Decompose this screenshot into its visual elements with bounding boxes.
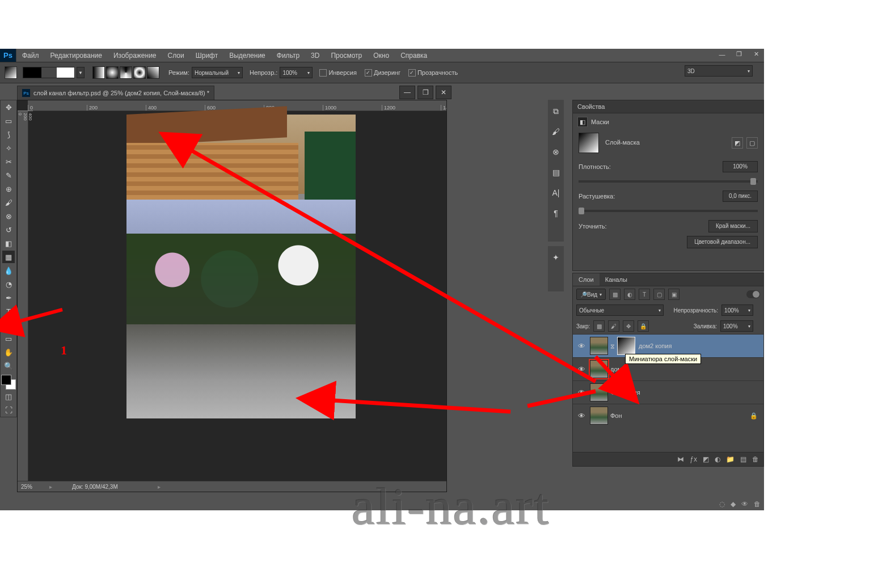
visibility-icon[interactable]: 👁 xyxy=(576,342,586,350)
crop-tool-icon[interactable]: ✂ xyxy=(2,155,15,168)
type-tool-icon[interactable]: T xyxy=(2,305,15,318)
mode-combo[interactable]: Нормальный ▾ xyxy=(192,67,243,78)
new-group-icon[interactable]: 📁 xyxy=(726,455,735,463)
canvas-image[interactable] xyxy=(126,115,356,418)
gradient-tool-icon[interactable] xyxy=(5,66,17,79)
feather-slider[interactable] xyxy=(579,210,758,212)
layer-fx-icon[interactable]: ƒx xyxy=(690,455,697,463)
filter-shape-icon[interactable]: ▢ xyxy=(653,289,665,300)
visibility-icon[interactable]: 👁 xyxy=(576,412,586,420)
refine-edge-button[interactable]: Край маски... xyxy=(708,220,758,232)
layer-mask-thumbnail[interactable] xyxy=(617,337,635,355)
layer-thumbnail[interactable] xyxy=(590,337,608,355)
layer-opacity-value[interactable]: 100%▾ xyxy=(721,304,753,316)
menu-file[interactable]: Файл xyxy=(16,52,45,60)
brush-panel-icon[interactable]: 🖌 xyxy=(550,126,562,137)
marquee-tool-icon[interactable]: ▭ xyxy=(2,115,15,127)
layer-name[interactable]: Фон xyxy=(610,412,622,419)
lock-pixels-icon[interactable]: 🖌 xyxy=(608,320,619,332)
layer-row[interactable]: 👁 Фон 🔒 xyxy=(573,404,763,427)
load-selection-icon[interactable]: ◌ xyxy=(719,500,725,508)
menu-edit[interactable]: Редактирование xyxy=(45,52,108,60)
magic-wand-tool-icon[interactable]: ✧ xyxy=(2,142,15,154)
history-panel-icon[interactable]: ⧉ xyxy=(550,105,562,117)
doc-minimize-button[interactable]: — xyxy=(399,86,415,99)
lock-position-icon[interactable]: ✥ xyxy=(623,320,634,332)
layer-thumbnail[interactable] xyxy=(590,360,608,378)
density-slider[interactable] xyxy=(579,180,758,183)
delete-mask-icon[interactable]: 🗑 xyxy=(754,500,761,508)
fill-value[interactable]: 100%▾ xyxy=(720,320,753,332)
transparency-checkbox[interactable] xyxy=(408,69,416,77)
pen-tool-icon[interactable]: ✒ xyxy=(2,291,15,304)
layer-name[interactable]: дом2 копия xyxy=(639,342,672,349)
menu-window[interactable]: Окно xyxy=(368,52,395,60)
layer-row-selected[interactable]: 👁 ⧖ дом2 копия Миниатюра слой-маски xyxy=(573,334,763,357)
workspace-switcher[interactable]: 3D▾ xyxy=(685,65,759,77)
healing-tool-icon[interactable]: ⊕ xyxy=(2,183,15,195)
color-swatches[interactable] xyxy=(1,375,16,390)
zoom-value[interactable]: 25% xyxy=(18,484,49,490)
layer-name[interactable]: дом2 xyxy=(610,366,625,373)
clone-panel-icon[interactable]: ⊗ xyxy=(550,146,562,158)
doc-close-button[interactable]: ✕ xyxy=(436,86,451,99)
filter-type-icon[interactable]: T xyxy=(639,289,650,300)
menu-type[interactable]: Шрифт xyxy=(190,52,223,60)
disable-mask-icon[interactable]: 👁 xyxy=(741,500,748,508)
layer-thumbnail[interactable] xyxy=(590,383,608,401)
history-brush-tool-icon[interactable]: ↺ xyxy=(2,223,15,236)
color-range-button[interactable]: Цветовой диапазон... xyxy=(687,236,758,248)
layer-name[interactable]: Фон копия xyxy=(610,389,640,396)
feather-value[interactable]: 0,0 пикс. xyxy=(723,191,758,202)
gradient-radial-icon[interactable] xyxy=(106,66,119,79)
stamp-tool-icon[interactable]: ⊗ xyxy=(2,210,15,222)
menu-3d[interactable]: 3D xyxy=(305,52,325,60)
add-adjustment-icon[interactable]: ◐ xyxy=(715,455,720,463)
layer-filter-kind[interactable]: 🔎 Вид ▾ xyxy=(576,289,606,300)
foreground-color-icon[interactable] xyxy=(1,375,11,385)
lock-transparency-icon[interactable]: ▩ xyxy=(593,320,605,332)
gradient-picker-dropdown[interactable]: ▼ xyxy=(77,67,85,78)
layer-thumbnail[interactable] xyxy=(590,407,608,425)
zoom-tool-icon[interactable]: 🔍 xyxy=(2,359,15,372)
link-icon[interactable]: ⧖ xyxy=(610,342,616,350)
menu-view[interactable]: Просмотр xyxy=(325,52,368,60)
menu-select[interactable]: Выделение xyxy=(223,52,271,60)
filter-adjust-icon[interactable]: ◐ xyxy=(624,289,635,300)
menu-help[interactable]: Справка xyxy=(395,52,433,60)
gradient-diamond-icon[interactable] xyxy=(147,66,159,79)
gradient-tool-icon-tb[interactable]: ▦ xyxy=(2,251,15,263)
quickmask-icon[interactable]: ◫ xyxy=(2,390,15,403)
minimize-button[interactable]: — xyxy=(714,49,730,60)
actions-panel-icon[interactable]: ✦ xyxy=(550,252,562,263)
lasso-tool-icon[interactable]: ⟆ xyxy=(2,128,15,141)
menu-image[interactable]: Изображение xyxy=(108,52,162,60)
menu-layer[interactable]: Слои xyxy=(162,52,190,60)
eyedropper-tool-icon[interactable]: ✎ xyxy=(2,169,15,181)
properties-tab[interactable]: Свойства xyxy=(573,100,763,113)
invert-checkbox[interactable] xyxy=(319,69,327,77)
delete-layer-icon[interactable]: 🗑 xyxy=(752,455,759,463)
pixel-mask-icon[interactable]: ◩ xyxy=(732,137,743,149)
paragraph-panel-icon[interactable]: ¶ xyxy=(550,208,562,219)
brush-tool-icon[interactable]: 🖌 xyxy=(2,196,15,209)
channels-tab[interactable]: Каналы xyxy=(600,273,633,286)
filter-toggle[interactable] xyxy=(746,290,760,298)
gradient-reflected-icon[interactable] xyxy=(133,66,146,79)
blur-tool-icon[interactable]: 💧 xyxy=(2,264,15,277)
dodge-tool-icon[interactable]: ◔ xyxy=(2,278,15,290)
filter-smart-icon[interactable]: ▣ xyxy=(668,289,680,300)
visibility-icon[interactable]: 👁 xyxy=(576,388,586,397)
mask-thumbnail[interactable] xyxy=(579,133,599,153)
apply-mask-icon[interactable]: ◆ xyxy=(731,500,736,508)
add-mask-icon[interactable]: ◩ xyxy=(703,455,709,463)
link-layers-icon[interactable]: ⧓ xyxy=(677,455,684,463)
gradient-preview[interactable] xyxy=(23,67,75,78)
document-tab[interactable]: Ps слой канал фильтр.psd @ 25% (дом2 коп… xyxy=(17,86,214,100)
layers-tab[interactable]: Слои xyxy=(573,273,600,286)
menu-filter[interactable]: Фильтр xyxy=(271,52,305,60)
density-value[interactable]: 100% xyxy=(723,161,758,172)
move-tool-icon[interactable]: ✥ xyxy=(2,101,15,113)
dither-checkbox[interactable] xyxy=(365,69,372,77)
ruler-vertical[interactable]: 0200400 xyxy=(18,111,28,481)
